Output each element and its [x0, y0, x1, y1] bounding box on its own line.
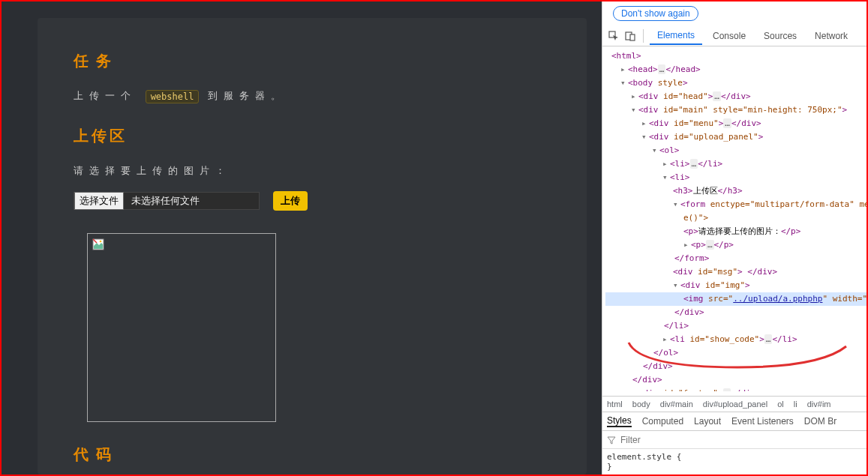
subtab-layout[interactable]: Layout — [694, 416, 721, 427]
svg-point-2 — [100, 240, 102, 242]
no-file-label: 未选择任何文件 — [124, 193, 259, 209]
inspect-icon[interactable] — [607, 29, 620, 43]
svg-rect-6 — [630, 34, 635, 40]
content-panel: 任务 上传一个 webshell 到服务器。 上传区 请选择要上传的图片： 选择… — [38, 18, 587, 475]
tab-sources[interactable]: Sources — [756, 28, 804, 44]
app-content: 任务 上传一个 webshell 到服务器。 上传区 请选择要上传的图片： 选择… — [2, 1, 602, 475]
file-row: 选择文件 未选择任何文件 上传 — [74, 191, 551, 211]
broken-image-icon — [92, 238, 104, 250]
devtools-tabs: Elements Console Sources Network — [602, 25, 866, 46]
dom-tree[interactable]: <html> ▸<head>…</head> ▾<body style> ▸<d… — [602, 46, 866, 391]
filter-icon — [607, 436, 616, 445]
style-body: element.style { } — [602, 449, 866, 475]
task-description: 上传一个 webshell 到服务器。 — [74, 89, 551, 103]
dont-show-again-button[interactable]: Don't show again — [613, 6, 698, 21]
subtab-styles[interactable]: Styles — [607, 415, 632, 427]
tab-network[interactable]: Network — [807, 28, 855, 44]
subtab-dom[interactable]: DOM Br — [804, 416, 836, 427]
task-text-before: 上传一个 — [74, 90, 137, 101]
breadcrumb[interactable]: html body div#main div#upload_panel ol l… — [602, 396, 866, 412]
devtools-panel: Don't show again Elements Console Source… — [602, 1, 866, 475]
upload-prompt: 请选择要上传的图片： — [74, 164, 551, 178]
uploaded-image-preview — [87, 233, 276, 422]
styles-subtabs: Styles Computed Layout Event Listeners D… — [602, 412, 866, 431]
tab-elements[interactable]: Elements — [650, 27, 702, 45]
device-toolbar-icon[interactable] — [623, 29, 637, 43]
subtab-listeners[interactable]: Event Listeners — [731, 416, 794, 427]
code-heading: 代码 — [74, 445, 551, 465]
webshell-chip: webshell — [146, 90, 200, 103]
subtab-computed[interactable]: Computed — [642, 416, 683, 427]
choose-file-button[interactable]: 选择文件 — [74, 192, 124, 210]
filter-input[interactable] — [620, 435, 866, 445]
task-text-after: 到服务器。 — [208, 90, 287, 101]
filter-row — [602, 431, 866, 449]
upload-button[interactable]: 上传 — [273, 191, 308, 211]
upload-heading: 上传区 — [74, 126, 551, 146]
file-input[interactable]: 选择文件 未选择任何文件 — [74, 192, 260, 210]
dont-show-bar: Don't show again — [613, 6, 866, 21]
task-heading: 任务 — [74, 51, 551, 71]
tab-console[interactable]: Console — [705, 28, 753, 44]
